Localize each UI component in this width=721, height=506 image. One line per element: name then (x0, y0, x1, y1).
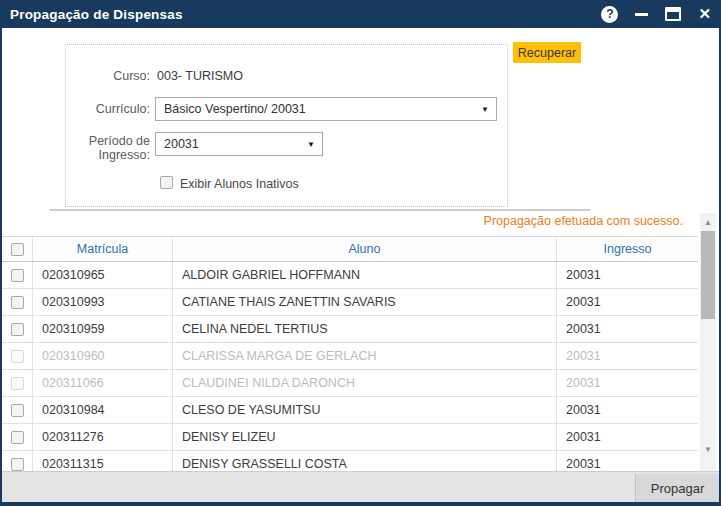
table-row: 020310993CATIANE THAIS ZANETTIN SAVARIS2… (2, 289, 698, 316)
exibir-inativos-checkbox[interactable] (160, 176, 173, 189)
select-all-cell (2, 237, 33, 261)
row-ingresso: 20031 (557, 262, 698, 288)
table-row: 020311066CLAUDINEI NILDA DARONCH20031 (2, 370, 698, 397)
row-ingresso: 20031 (557, 343, 698, 369)
row-aluno: CLESO DE YASUMITSU (173, 397, 557, 423)
row-checkbox[interactable] (11, 458, 24, 471)
row-checkbox-cell (2, 424, 33, 450)
row-ingresso: 20031 (557, 316, 698, 342)
row-checkbox[interactable] (11, 404, 24, 417)
row-checkbox (11, 350, 24, 363)
row-matricula: 020310984 (33, 397, 173, 423)
column-header-aluno[interactable]: Aluno (173, 237, 557, 261)
row-aluno: CLAUDINEI NILDA DARONCH (173, 370, 557, 396)
row-aluno: DENISY GRASSELLI COSTA (173, 451, 557, 471)
recuperar-button[interactable]: Recuperar (513, 42, 581, 63)
row-matricula: 020310959 (33, 316, 173, 342)
row-checkbox-cell (2, 397, 33, 423)
row-aluno: ALDOIR GABRIEL HOFFMANN (173, 262, 557, 288)
row-checkbox-cell (2, 370, 33, 396)
curso-value: 003- TURISMO (157, 69, 243, 83)
row-matricula: 020311066 (33, 370, 173, 396)
curriculo-select[interactable]: Básico Vespertino/ 20031 ▼ (155, 97, 497, 121)
curriculo-selected-value: Básico Vespertino/ 20031 (164, 102, 306, 116)
row-aluno: CELINA NEDEL TERTIUS (173, 316, 557, 342)
scrollbar-thumb[interactable] (701, 231, 715, 319)
row-matricula: 020310993 (33, 289, 173, 315)
table-row: 020311315DENISY GRASSELLI COSTA20031 (2, 451, 698, 471)
column-header-ingresso[interactable]: Ingresso (557, 237, 698, 261)
chevron-down-icon: ▼ (481, 105, 489, 114)
row-checkbox (11, 377, 24, 390)
curso-label: Curso: (50, 69, 150, 83)
close-icon[interactable]: ✕ (698, 0, 711, 28)
scroll-up-icon[interactable]: ▲ (700, 216, 716, 230)
help-icon[interactable]: ? (601, 6, 618, 23)
periodo-select[interactable]: 20031 ▼ (155, 132, 323, 156)
exibir-inativos-label: Exibir Alunos Inativos (180, 177, 299, 191)
select-all-checkbox[interactable] (11, 243, 24, 256)
row-checkbox[interactable] (11, 269, 24, 282)
window-title: Propagação de Dispensas (0, 7, 183, 22)
status-message: Propagação efetuada com sucesso. (484, 214, 683, 228)
chevron-down-icon: ▼ (307, 140, 315, 149)
row-checkbox-cell (2, 262, 33, 288)
row-checkbox[interactable] (11, 323, 24, 336)
row-checkbox-cell (2, 316, 33, 342)
row-ingresso: 20031 (557, 451, 698, 471)
row-matricula: 020310965 (33, 262, 173, 288)
row-checkbox-cell (2, 289, 33, 315)
row-ingresso: 20031 (557, 397, 698, 423)
periodo-selected-value: 20031 (164, 137, 199, 151)
minimize-icon[interactable] (635, 13, 648, 16)
title-bar: Propagação de Dispensas ? ✕ (0, 0, 721, 28)
maximize-icon[interactable] (665, 7, 681, 21)
column-header-matricula[interactable]: Matrícula (33, 237, 173, 261)
row-aluno: CATIANE THAIS ZANETTIN SAVARIS (173, 289, 557, 315)
window-controls: ? ✕ (601, 0, 711, 28)
table-row: 020310960CLARISSA MARGA DE GERLACH20031 (2, 343, 698, 370)
propagar-button[interactable]: Propagar (635, 474, 719, 502)
table-row: 020310965ALDOIR GABRIEL HOFFMANN20031 (2, 262, 698, 289)
footer-bar: Propagar (2, 471, 719, 502)
row-matricula: 020311276 (33, 424, 173, 450)
table-row: 020311276DENISY ELIZEU20031 (2, 424, 698, 451)
row-ingresso: 20031 (557, 370, 698, 396)
row-checkbox[interactable] (11, 431, 24, 444)
row-matricula: 020310960 (33, 343, 173, 369)
dialog-window: Propagação de Dispensas ? ✕ Recuperar Cu… (0, 0, 721, 506)
table-body: 020310965ALDOIR GABRIEL HOFFMANN20031020… (2, 262, 698, 471)
table-scrollbar[interactable]: ▲ ▼ (700, 213, 716, 471)
periodo-label: Período de Ingresso: (50, 134, 150, 162)
row-ingresso: 20031 (557, 424, 698, 450)
table-row: 020310959CELINA NEDEL TERTIUS20031 (2, 316, 698, 343)
row-checkbox[interactable] (11, 296, 24, 309)
row-checkbox-cell (2, 451, 33, 471)
row-aluno: DENISY ELIZEU (173, 424, 557, 450)
row-matricula: 020311315 (33, 451, 173, 471)
row-checkbox-cell (2, 343, 33, 369)
form-divider (50, 209, 590, 211)
row-ingresso: 20031 (557, 289, 698, 315)
row-aluno: CLARISSA MARGA DE GERLACH (173, 343, 557, 369)
table-row: 020310984CLESO DE YASUMITSU20031 (2, 397, 698, 424)
scroll-down-icon[interactable]: ▼ (700, 443, 716, 457)
table-header: Matrícula Aluno Ingresso (2, 236, 698, 262)
curriculo-label: Currículo: (50, 102, 150, 116)
